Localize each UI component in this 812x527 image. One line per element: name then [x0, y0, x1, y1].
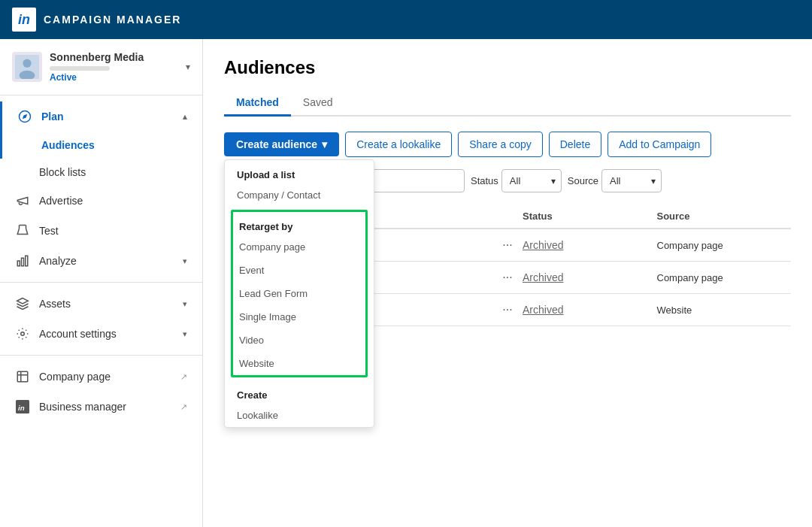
- sidebar-item-business-manager[interactable]: in Business manager ↗: [0, 392, 202, 422]
- sidebar-blocklists-label: Block lists: [39, 166, 187, 178]
- status-filter-wrapper: All ▾: [501, 169, 562, 192]
- status-filter-select[interactable]: All: [501, 169, 562, 192]
- account-name: Sonnenberg Media: [50, 51, 178, 63]
- sidebar-item-plan-label: Plan: [41, 111, 174, 123]
- row-3-status: Archived: [523, 304, 657, 316]
- dropdown-item-single-image[interactable]: Single Image: [233, 305, 365, 329]
- sidebar-item-blocklists[interactable]: Block lists: [0, 159, 202, 186]
- assets-chevron-icon: ▾: [183, 299, 187, 309]
- sidebar-assets-label: Assets: [39, 298, 174, 310]
- sidebar-divider-2: [0, 355, 202, 356]
- share-copy-button[interactable]: Share a copy: [458, 132, 543, 157]
- page-title: Audiences: [224, 57, 791, 78]
- svg-marker-4: [23, 114, 27, 119]
- dropdown-item-lead-gen-form[interactable]: Lead Gen Form: [233, 282, 365, 305]
- megaphone-icon: [15, 193, 30, 208]
- main-content: Audiences Matched Saved Create audience …: [203, 39, 812, 527]
- svg-rect-6: [17, 261, 20, 266]
- sidebar-audiences-label: Audiences: [41, 139, 187, 151]
- retarget-by-section: Retarget by Company page Event Lead Gen …: [231, 210, 368, 377]
- col-header-status: Status: [523, 210, 657, 222]
- account-status-bar: [50, 66, 110, 71]
- dropdown-item-company-page[interactable]: Company page: [233, 235, 365, 259]
- tab-saved[interactable]: Saved: [291, 90, 345, 117]
- dropdown-item-company-contact[interactable]: Company / Contact: [225, 183, 374, 207]
- delete-button[interactable]: Delete: [549, 132, 601, 157]
- bar-chart-icon: [15, 253, 30, 268]
- sidebar-item-assets[interactable]: Assets ▾: [0, 289, 202, 319]
- logo-area: in CAMPAIGN MANAGER: [12, 8, 181, 32]
- create-header: Create: [225, 380, 374, 404]
- add-to-campaign-button[interactable]: Add to Campaign: [607, 132, 711, 157]
- retarget-by-header: Retarget by: [233, 212, 365, 235]
- create-audience-chevron-icon: ▾: [322, 138, 327, 150]
- svg-rect-11: [17, 371, 28, 382]
- svg-rect-8: [26, 256, 28, 266]
- source-filter-label: Source: [568, 175, 598, 186]
- sidebar-business-manager-label: Business manager: [39, 401, 171, 413]
- sidebar-divider-1: [0, 282, 202, 283]
- sidebar-item-company-page[interactable]: Company page ↗: [0, 362, 202, 392]
- flask-icon: [15, 223, 30, 238]
- sidebar-nav: Plan ▴ Audiences Block lists Advertise: [0, 95, 202, 428]
- account-settings-chevron-icon: ▾: [183, 329, 187, 339]
- sidebar: Sonnenberg Media Active ▾ Plan ▴ Audienc…: [0, 39, 203, 527]
- linkedin-biz-icon: in: [15, 399, 30, 414]
- tabs: Matched Saved: [224, 90, 791, 117]
- sidebar-account-settings-label: Account settings: [39, 328, 174, 340]
- compass-icon: [17, 109, 32, 124]
- building-icon: [15, 369, 30, 384]
- svg-point-10: [21, 332, 25, 336]
- tab-matched[interactable]: Matched: [224, 90, 291, 117]
- sidebar-item-plan[interactable]: Plan ▴: [0, 101, 202, 132]
- sidebar-item-account-settings[interactable]: Account settings ▾: [0, 319, 202, 349]
- dropdown-item-event[interactable]: Event: [233, 259, 365, 282]
- plan-chevron-icon: ▴: [183, 112, 187, 122]
- li-icon: in: [18, 12, 30, 28]
- row-1-dots[interactable]: ···: [492, 238, 523, 252]
- sidebar-test-label: Test: [39, 225, 187, 237]
- account-section[interactable]: Sonnenberg Media Active ▾: [0, 39, 202, 95]
- upload-list-header: Upload a list: [225, 160, 374, 183]
- avatar: [12, 52, 42, 82]
- col-header-dots: [492, 210, 523, 222]
- create-audience-dropdown-wrapper: Create audience ▾ Upload a list Company …: [224, 132, 339, 156]
- dropdown-item-video[interactable]: Video: [233, 329, 365, 352]
- sidebar-item-audiences[interactable]: Audiences: [0, 132, 202, 159]
- svg-marker-9: [17, 298, 29, 304]
- create-audience-dropdown-menu: Upload a list Company / Contact Retarget…: [224, 159, 374, 428]
- app-title: CAMPAIGN MANAGER: [44, 14, 181, 26]
- layers-icon: [15, 296, 30, 311]
- toolbar: Create audience ▾ Upload a list Company …: [224, 132, 791, 157]
- row-2-dots[interactable]: ···: [492, 271, 523, 284]
- analyze-chevron-icon: ▾: [183, 256, 187, 266]
- row-2-source: Company page: [657, 272, 792, 283]
- svg-text:in: in: [18, 404, 25, 412]
- dropdown-item-lookalike[interactable]: Lookalike: [225, 404, 374, 427]
- sidebar-item-test[interactable]: Test: [0, 216, 202, 246]
- dropdown-item-website[interactable]: Website: [233, 352, 365, 375]
- source-filter-select[interactable]: All: [601, 169, 662, 192]
- status-filter-label: Status: [471, 175, 498, 186]
- sidebar-company-page-label: Company page: [39, 371, 171, 383]
- account-chevron-icon: ▾: [186, 62, 190, 72]
- create-audience-button[interactable]: Create audience ▾: [224, 132, 339, 156]
- row-3-source: Website: [657, 304, 792, 316]
- top-navigation: in CAMPAIGN MANAGER: [0, 0, 812, 39]
- gear-icon: [15, 326, 30, 341]
- sidebar-analyze-label: Analyze: [39, 255, 174, 267]
- row-1-status: Archived: [523, 239, 657, 251]
- row-3-dots[interactable]: ···: [492, 303, 523, 317]
- col-header-source: Source: [657, 210, 792, 222]
- svg-point-1: [23, 59, 31, 68]
- row-1-source: Company page: [657, 240, 792, 251]
- source-filter-wrapper: All ▾: [601, 169, 662, 192]
- sidebar-advertise-label: Advertise: [39, 195, 187, 207]
- external-link-icon-1: ↗: [180, 372, 187, 382]
- sidebar-item-advertise[interactable]: Advertise: [0, 186, 202, 216]
- sidebar-item-analyze[interactable]: Analyze ▾: [0, 246, 202, 276]
- create-lookalike-button[interactable]: Create a lookalike: [345, 132, 452, 157]
- linkedin-logo: in: [12, 8, 36, 32]
- row-2-status: Archived: [523, 271, 657, 283]
- svg-rect-7: [22, 258, 24, 266]
